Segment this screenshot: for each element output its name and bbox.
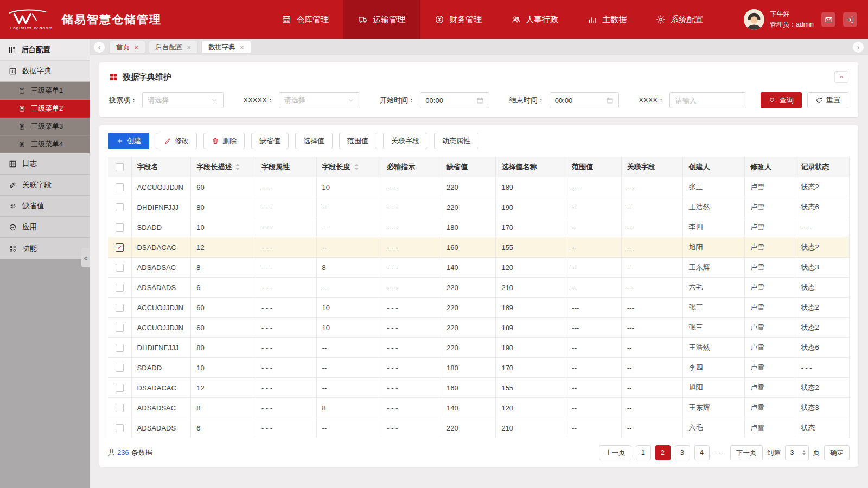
logout-button[interactable]	[843, 12, 857, 27]
mail-button[interactable]	[821, 12, 835, 27]
sort-icon[interactable]	[235, 164, 240, 170]
tab-data-dictionary[interactable]: 数据字典×	[201, 41, 251, 54]
cell: 状态2	[795, 237, 850, 258]
delete-button[interactable]: 删除	[203, 133, 245, 149]
search-select[interactable]: 请选择	[142, 92, 224, 108]
row-checkbox[interactable]	[116, 424, 124, 432]
panel-collapse-button[interactable]	[834, 71, 848, 83]
range-value-button[interactable]: 范围值	[339, 133, 376, 149]
confirm-button[interactable]: 确定	[824, 445, 850, 460]
cell: 155	[496, 237, 566, 258]
masterdata-icon	[588, 15, 597, 24]
table-row[interactable]: ADSADADS6- - ---- - -220210----六毛卢雪状态	[108, 418, 850, 438]
table-row[interactable]: DSADACAC12- - ---- - -160155----旭阳卢雪状态2	[108, 378, 850, 398]
create-button[interactable]: 创建	[108, 133, 149, 149]
sort-icon[interactable]	[354, 164, 359, 170]
avatar[interactable]	[744, 9, 764, 30]
cell: 80	[191, 338, 256, 358]
table-row[interactable]: DHDIFNFJJJ80- - ---- - -220190----王浩然卢雪状…	[108, 338, 850, 358]
table-row[interactable]: ACCUOJJDJN60- - -10- - -220189------张三卢雪…	[108, 177, 850, 197]
nav-item-finance[interactable]: 财务管理	[420, 0, 496, 39]
nav-item-hr[interactable]: 人事行政	[496, 0, 573, 39]
select-value-button[interactable]: 选择值	[295, 133, 333, 149]
sidebar-item-submenu-4[interactable]: 三级菜单4	[0, 136, 90, 153]
sidebar-item-submenu-1[interactable]: 三级菜单1	[0, 82, 90, 100]
calendar-icon	[606, 97, 614, 104]
cell: 190	[496, 197, 566, 217]
table-row[interactable]: ACCUOJJDJN60- - -10- - -220189------张三卢雪…	[108, 318, 850, 338]
tab-back-button[interactable]: ‹	[94, 42, 105, 53]
row-checkbox[interactable]	[116, 324, 124, 332]
nav-item-masterdata[interactable]: 主数据	[573, 0, 641, 39]
cell: - - -	[256, 278, 316, 298]
sidebar-item-data-dictionary[interactable]: 数据字典	[0, 61, 90, 82]
close-icon[interactable]: ×	[187, 44, 192, 51]
start-time-input[interactable]: 00:00	[420, 92, 489, 108]
query-button[interactable]: 查询	[761, 92, 802, 108]
select-all-checkbox[interactable]	[116, 163, 124, 171]
cell: 张三	[683, 177, 745, 197]
sidebar-item-default-values[interactable]: 缺省值	[0, 196, 90, 217]
more-pages-button[interactable]: ···	[714, 449, 726, 457]
table-row[interactable]: ✓DSADACAC12- - ---- - -160155----旭阳卢雪状态2	[108, 237, 850, 258]
table-row[interactable]: DHDIFNFJJJ80- - ---- - -220190----王浩然卢雪状…	[108, 197, 850, 217]
table-row[interactable]: SDADD10- - ---- - -180170----李四卢雪- - -	[108, 358, 850, 378]
sidebar-item-submenu-2[interactable]: 三级菜单2	[0, 100, 90, 118]
truck-icon	[358, 15, 368, 24]
sidebar-item-logs[interactable]: 日志	[0, 153, 90, 175]
tab-backend-config[interactable]: 后台配置×	[149, 41, 199, 54]
row-checkbox[interactable]	[116, 203, 124, 211]
row-checkbox[interactable]	[116, 304, 124, 312]
cell: 卢雪	[745, 318, 795, 338]
page-button-2[interactable]: 2	[655, 445, 671, 460]
cell: 220	[441, 177, 495, 197]
close-icon[interactable]: ×	[240, 44, 244, 51]
page-button-3[interactable]: 3	[675, 445, 690, 460]
row-checkbox[interactable]	[116, 264, 124, 272]
table-row[interactable]: SDADD10- - ---- - -180170----李四卢雪- - -	[108, 217, 850, 237]
nav-item-warehouse[interactable]: 仓库管理	[267, 0, 343, 39]
xxxx-input[interactable]	[669, 92, 746, 108]
row-checkbox[interactable]	[116, 384, 124, 392]
nav-item-transport[interactable]: 运输管理	[343, 0, 420, 39]
table-row[interactable]: ADSADSAC8- - -8- - -140120----王东辉卢雪状态3	[108, 398, 850, 418]
nav-item-config[interactable]: 系统配置	[641, 0, 718, 39]
tab-home[interactable]: 首页×	[109, 41, 145, 54]
cell: 旭阳	[683, 378, 745, 398]
edit-button[interactable]: 修改	[156, 133, 197, 149]
sidebar-item-backend-config[interactable]: 后台配置	[0, 39, 90, 61]
tab-forward-button[interactable]: ›	[853, 42, 864, 53]
dynamic-attr-button[interactable]: 动态属性	[434, 133, 478, 149]
logo[interactable]: Logistics Wisdom 储易智慧仓储管理	[0, 0, 170, 39]
page-button-1[interactable]: 1	[636, 445, 651, 460]
row-checkbox[interactable]	[116, 344, 124, 352]
xxxxx-select[interactable]: 请选择	[279, 92, 360, 108]
sidebar-item-application[interactable]: 应用	[0, 217, 90, 238]
row-checkbox[interactable]	[116, 223, 124, 232]
reset-button[interactable]: 重置	[807, 92, 848, 108]
cell: ---	[621, 318, 683, 338]
table-row[interactable]: ADSADADS6- - ---- - -220210----六毛卢雪状态	[108, 278, 850, 298]
default-value-button[interactable]: 缺省值	[251, 133, 289, 149]
spinner-icon[interactable]	[802, 450, 806, 455]
next-page-button[interactable]: 下一页	[730, 445, 763, 460]
sidebar-item-submenu-3[interactable]: 三级菜单3	[0, 118, 90, 136]
close-icon[interactable]: ×	[134, 44, 138, 51]
table-row[interactable]: ACCUOJJDJN60- - -10- - -220189------张三卢雪…	[108, 298, 850, 318]
sidebar-item-related-fields[interactable]: 关联字段	[0, 175, 90, 196]
related-field-button[interactable]: 关联字段	[383, 133, 427, 149]
table-row[interactable]: ADSADSAC8- - -8- - -140120----王东辉卢雪状态3	[108, 258, 850, 278]
row-checkbox[interactable]	[116, 284, 124, 292]
row-checkbox[interactable]	[116, 404, 124, 412]
goto-page-input[interactable]: 3	[785, 445, 809, 460]
prev-page-button[interactable]: 上一页	[599, 445, 631, 460]
sidebar-collapse-button[interactable]: «	[81, 248, 90, 267]
row-checkbox[interactable]	[116, 364, 124, 372]
sidebar-item-functions[interactable]: 功能	[0, 238, 90, 259]
page-button-4[interactable]: 4	[694, 445, 710, 460]
cell: 状态2	[795, 318, 850, 338]
end-time-input[interactable]: 00:00	[550, 92, 619, 108]
cell: 140	[441, 258, 495, 278]
row-checkbox[interactable]	[116, 183, 124, 191]
row-checkbox[interactable]: ✓	[116, 243, 124, 252]
